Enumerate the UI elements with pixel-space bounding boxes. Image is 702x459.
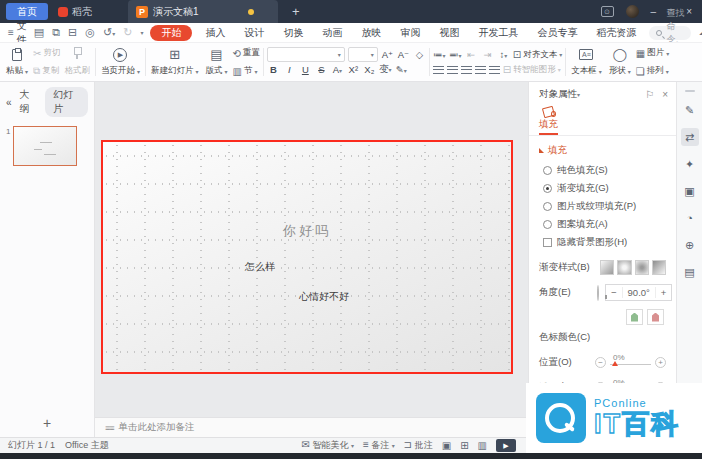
notes-button[interactable]: ≡ 备注 ▾ xyxy=(363,439,395,452)
ribbon-tab-transition[interactable]: 切换 xyxy=(277,25,309,41)
print-icon[interactable]: ⊟ xyxy=(68,26,77,39)
gradient-swatch-2[interactable] xyxy=(617,260,631,275)
layout-tool-icon[interactable]: ▣ xyxy=(681,182,699,200)
highlight-color-button[interactable]: ✎▾ xyxy=(395,64,408,75)
angle-dial[interactable] xyxy=(597,285,599,301)
arrange-button[interactable]: ❏排列▾ xyxy=(636,65,669,77)
ribbon-tab-slideshow[interactable]: 放映 xyxy=(355,25,387,41)
decrease-indent-button[interactable]: ⇤ xyxy=(465,49,478,60)
ribbon-tab-home[interactable]: 开始 xyxy=(150,25,192,41)
reset-button[interactable]: ⟲重置 xyxy=(232,47,259,59)
print-preview-icon[interactable]: ◎ xyxy=(85,26,95,39)
option-gradient-fill[interactable]: 渐变填充(G) xyxy=(529,179,676,197)
distribute-button[interactable] xyxy=(489,66,500,74)
slide-sorter-view-icon[interactable]: ⊞ xyxy=(460,440,468,451)
angle-value[interactable]: 90.0° xyxy=(622,287,656,298)
position-increase-button[interactable]: + xyxy=(655,357,666,368)
format-painter-button[interactable]: 格式刷 xyxy=(62,45,92,79)
increase-indent-button[interactable]: ⇥ xyxy=(481,49,494,60)
command-search-input[interactable]: 查找命令、搜... xyxy=(649,26,691,40)
theme-name[interactable]: Office 主题 xyxy=(65,439,109,452)
redo-button[interactable]: ↻ xyxy=(123,26,132,39)
align-text-button[interactable]: ⊡对齐文本▾ xyxy=(513,49,562,61)
gradient-swatch-1[interactable] xyxy=(600,260,614,275)
underline-button[interactable]: U xyxy=(299,64,312,75)
position-decrease-button[interactable]: − xyxy=(595,357,606,368)
reading-view-icon[interactable]: ▥ xyxy=(478,440,487,451)
font-color-button[interactable]: A▾ xyxy=(331,64,344,75)
smart-beautify-button[interactable]: ✉ 智能美化 ▾ xyxy=(301,439,353,452)
picture-button[interactable]: ▦图片▾ xyxy=(636,47,669,59)
increase-font-icon[interactable]: A⁺ xyxy=(381,49,394,60)
save-icon[interactable]: ▤ xyxy=(34,26,44,39)
subscript-button[interactable]: X₂ xyxy=(363,64,376,75)
align-left-button[interactable] xyxy=(433,66,444,74)
paste-button[interactable]: 粘贴▾ xyxy=(3,45,31,79)
ribbon-tab-animation[interactable]: 动画 xyxy=(316,25,348,41)
normal-view-icon[interactable]: ▣ xyxy=(442,440,451,451)
cut-button[interactable]: ✂剪切 xyxy=(33,47,60,59)
decrease-font-icon[interactable]: A⁻ xyxy=(397,49,410,60)
copy-button[interactable]: ⧉复制 xyxy=(33,65,60,77)
gradient-swatch-3[interactable] xyxy=(635,260,649,275)
option-pattern-fill[interactable]: 图案填充(A) xyxy=(529,215,676,233)
app-mode-icon[interactable]: ⊙ xyxy=(601,6,614,17)
ribbon-tab-view[interactable]: 视图 xyxy=(433,25,465,41)
align-right-button[interactable] xyxy=(461,66,472,74)
justify-button[interactable] xyxy=(475,66,486,74)
collapse-panel-button[interactable]: « xyxy=(6,97,12,108)
effects-tool-icon[interactable]: ✦ xyxy=(681,155,699,173)
strikethrough-button[interactable]: S xyxy=(315,64,328,75)
object-properties-tool-icon[interactable]: ⇄ xyxy=(681,128,699,146)
angle-increase-button[interactable]: + xyxy=(656,287,672,298)
customize-quickbar-caret[interactable]: ▾ xyxy=(140,29,143,36)
option-solid-fill[interactable]: 纯色填充(S) xyxy=(529,161,676,179)
tab-home[interactable]: 首页 xyxy=(6,3,48,20)
gradient-swatch-4[interactable] xyxy=(652,260,666,275)
slide-thumbnail[interactable] xyxy=(13,126,77,166)
option-picture-fill[interactable]: 图片或纹理填充(P) xyxy=(529,197,676,215)
minimize-button[interactable]: – xyxy=(651,6,657,17)
bullet-list-button[interactable]: ≔▾ xyxy=(433,49,446,60)
start-slideshow-button[interactable]: ▶ xyxy=(496,439,516,452)
user-avatar[interactable] xyxy=(626,5,639,18)
new-slide-button[interactable]: ⊞ 新建幻灯片▾ xyxy=(149,45,201,79)
slides-tab[interactable]: 幻灯片 xyxy=(45,87,88,117)
slide-editing-area[interactable]: 你好吗 怎么样 心情好不好 xyxy=(101,140,513,374)
slide-title-text[interactable]: 你好吗 xyxy=(103,222,511,240)
convert-smartart-button[interactable]: ⊟转智能图形▾ xyxy=(503,64,561,76)
font-name-select[interactable]: ▾ xyxy=(267,47,345,62)
ribbon-tab-devtools[interactable]: 开发工具 xyxy=(472,25,524,41)
add-slide-button[interactable]: + xyxy=(0,415,94,431)
help-tool-icon[interactable]: ◔ xyxy=(681,209,699,227)
slide-text-2[interactable]: 怎么样 xyxy=(245,260,275,274)
bold-button[interactable]: B xyxy=(267,64,280,75)
numbered-list-button[interactable]: ≕▾ xyxy=(449,49,462,60)
text-effect-button[interactable]: 变▾ xyxy=(379,63,392,76)
font-size-select[interactable]: ▾ xyxy=(348,47,378,62)
textbox-button[interactable]: A≡ 文本框▾ xyxy=(569,45,604,79)
outline-tab[interactable]: 大纲 xyxy=(20,88,38,116)
remove-color-stop-button[interactable] xyxy=(647,309,664,325)
section-button[interactable]: ▥节▾ xyxy=(232,65,259,77)
fill-tab[interactable]: 填充 xyxy=(539,105,558,135)
add-color-stop-button[interactable] xyxy=(626,309,643,325)
option-hide-background[interactable]: 隐藏背景图形(H) xyxy=(529,233,676,251)
undo-button[interactable]: ↺▾ xyxy=(103,26,115,39)
ribbon-tab-docer-resources[interactable]: 稻壳资源 xyxy=(590,25,642,41)
ribbon-tab-insert[interactable]: 插入 xyxy=(199,25,231,41)
tab-docer[interactable]: 稻壳 xyxy=(48,3,102,20)
export-icon[interactable]: ⧉ xyxy=(52,26,60,39)
new-tab-button[interactable]: + xyxy=(292,4,300,19)
panel-title[interactable]: 对象属性 xyxy=(539,88,577,101)
comments-button[interactable]: ⊐ 批注 xyxy=(404,439,433,452)
ribbon-tab-review[interactable]: 审阅 xyxy=(394,25,426,41)
save-status[interactable]: ☁ 未保存 xyxy=(698,26,702,39)
close-panel-icon[interactable]: × xyxy=(662,89,668,100)
close-button[interactable]: × xyxy=(686,6,692,17)
slide-text-3[interactable]: 心情好不好 xyxy=(299,290,349,304)
play-from-current-button[interactable]: ▶ 当页开始▾ xyxy=(99,45,142,79)
style-tool-icon[interactable]: ✎ xyxy=(681,101,699,119)
line-spacing-button[interactable]: ↕▾ xyxy=(497,49,510,60)
fill-section-header[interactable]: 填充 xyxy=(529,136,676,161)
